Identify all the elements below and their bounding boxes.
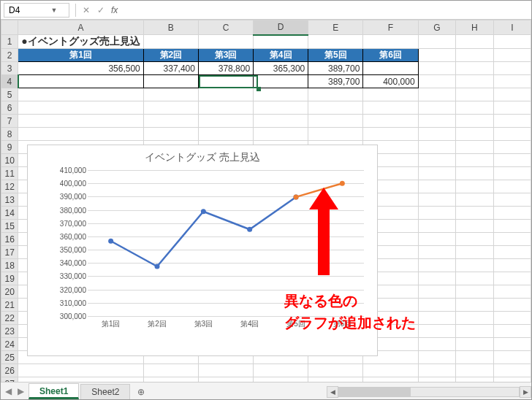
cell[interactable]	[493, 207, 531, 220]
cell[interactable]	[418, 272, 456, 285]
cell[interactable]	[456, 75, 493, 88]
col-header[interactable]: H	[456, 20, 493, 35]
cell[interactable]	[493, 259, 531, 272]
cell[interactable]	[456, 101, 493, 115]
cell[interactable]	[198, 75, 253, 88]
cell[interactable]	[418, 325, 456, 338]
cell[interactable]	[418, 220, 456, 233]
col-header[interactable]: I	[493, 20, 531, 35]
cell[interactable]	[456, 351, 493, 364]
cell[interactable]: 337,400	[143, 62, 198, 75]
cell[interactable]	[418, 101, 456, 115]
cell[interactable]	[418, 154, 456, 167]
cell[interactable]	[418, 233, 456, 246]
cell[interactable]: ●イベントグッズ売上見込	[18, 35, 143, 49]
cell[interactable]	[493, 246, 531, 259]
cell[interactable]: 第1回	[18, 49, 143, 62]
cell[interactable]	[493, 364, 531, 377]
cell[interactable]: 378,800	[198, 62, 253, 75]
cell[interactable]	[493, 233, 531, 246]
cell[interactable]: 365,300	[254, 62, 308, 75]
cell[interactable]	[493, 101, 531, 115]
cell[interactable]	[418, 128, 456, 141]
cell[interactable]	[418, 259, 456, 272]
row-header[interactable]: 2	[1, 49, 18, 62]
row-header[interactable]: 9	[1, 141, 18, 154]
cell[interactable]	[418, 115, 456, 128]
cell[interactable]	[456, 128, 493, 141]
cell[interactable]: 356,500	[18, 62, 143, 75]
cell[interactable]	[493, 325, 531, 338]
row-header[interactable]: 5	[1, 88, 18, 101]
cell[interactable]	[456, 246, 493, 259]
cell[interactable]	[308, 35, 363, 49]
cell[interactable]	[363, 101, 418, 115]
row-header[interactable]: 12	[1, 180, 18, 193]
row-header[interactable]: 19	[1, 272, 18, 285]
formula-input[interactable]	[121, 3, 531, 18]
row-header[interactable]: 10	[1, 154, 18, 167]
cell[interactable]	[418, 75, 456, 88]
cell[interactable]	[456, 207, 493, 220]
row-header[interactable]: 16	[1, 233, 18, 246]
cell[interactable]	[493, 88, 531, 101]
cell[interactable]	[18, 364, 143, 377]
cell[interactable]	[254, 128, 308, 141]
cell[interactable]: 第6回	[363, 49, 418, 62]
cell[interactable]	[493, 351, 531, 364]
cell[interactable]	[456, 49, 493, 62]
name-box-input[interactable]	[4, 5, 48, 15]
cell[interactable]	[254, 88, 308, 101]
cell[interactable]	[363, 115, 418, 128]
cell[interactable]	[456, 88, 493, 101]
cell[interactable]	[418, 141, 456, 154]
row-header[interactable]: 22	[1, 312, 18, 325]
row-header[interactable]: 18	[1, 259, 18, 272]
cell[interactable]	[493, 193, 531, 207]
cell[interactable]	[493, 128, 531, 141]
cell[interactable]: 第5回	[308, 49, 363, 62]
cell[interactable]	[493, 299, 531, 312]
cell[interactable]	[456, 338, 493, 351]
cell[interactable]	[418, 338, 456, 351]
check-icon[interactable]: ✓	[94, 5, 108, 15]
row-header[interactable]: 6	[1, 101, 18, 115]
cell[interactable]	[493, 180, 531, 193]
cell[interactable]	[308, 101, 363, 115]
cell[interactable]	[18, 88, 143, 101]
horizontal-scrollbar[interactable]: ◀ ▶	[327, 385, 531, 399]
sheet-tab[interactable]: Sheet1	[28, 383, 79, 399]
cell[interactable]	[18, 75, 143, 88]
cell[interactable]	[493, 62, 531, 75]
row-header[interactable]: 13	[1, 193, 18, 207]
cell[interactable]	[418, 180, 456, 193]
cell[interactable]	[418, 299, 456, 312]
cell[interactable]	[254, 35, 308, 49]
cell[interactable]	[18, 101, 143, 115]
cell[interactable]	[456, 180, 493, 193]
cell[interactable]	[363, 62, 418, 75]
cell[interactable]: 第2回	[143, 49, 198, 62]
cell[interactable]	[418, 312, 456, 325]
cell[interactable]	[493, 141, 531, 154]
cell[interactable]	[456, 325, 493, 338]
cell[interactable]	[493, 220, 531, 233]
cell[interactable]	[418, 246, 456, 259]
col-header[interactable]: D	[254, 20, 308, 35]
worksheet-grid[interactable]: ABCDEFGHI1●イベントグッズ売上見込2第1回第2回第3回第4回第5回第6…	[1, 20, 531, 391]
sheet-tab[interactable]: Sheet2	[80, 384, 130, 399]
cancel-icon[interactable]: ✕	[79, 5, 94, 15]
col-header[interactable]: C	[198, 20, 253, 35]
cell[interactable]	[456, 364, 493, 377]
cell[interactable]	[143, 101, 198, 115]
cell[interactable]	[493, 154, 531, 167]
cell[interactable]	[493, 285, 531, 299]
cell[interactable]	[418, 167, 456, 180]
cell[interactable]	[493, 167, 531, 180]
cell[interactable]	[363, 88, 418, 101]
cell[interactable]	[254, 101, 308, 115]
row-header[interactable]: 11	[1, 167, 18, 180]
cell[interactable]	[254, 364, 308, 377]
cell[interactable]	[254, 75, 308, 88]
cell[interactable]	[363, 364, 418, 377]
